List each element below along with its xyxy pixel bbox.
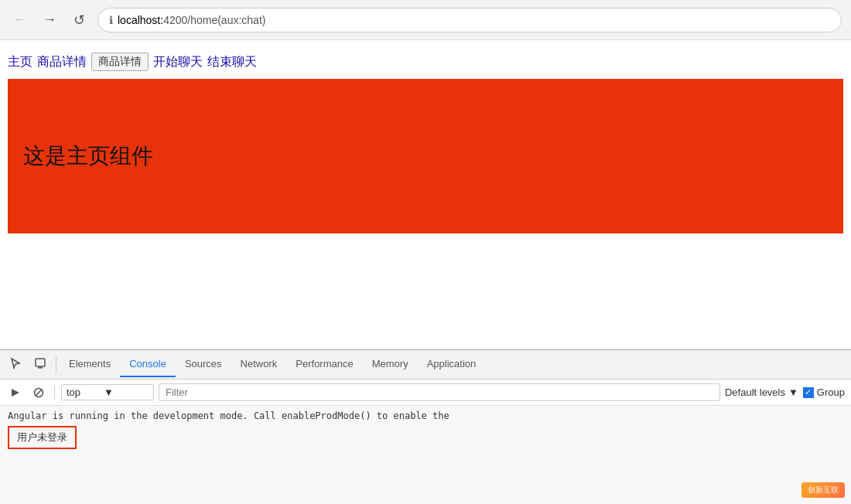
dropdown-arrow-icon: ▼ (104, 387, 114, 398)
top-selector-label: top (67, 387, 80, 398)
warning-box: 用户未登录 (8, 426, 77, 449)
info-icon: ℹ (109, 14, 113, 26)
filter-input[interactable] (159, 383, 720, 401)
devtools-cursor-icon[interactable] (3, 352, 28, 377)
url-host: localhost: (118, 14, 163, 26)
group-text: Group (817, 387, 845, 398)
console-output: Angular is running in the development mo… (0, 406, 851, 504)
nav-links: 主页 商品详情 商品详情 开始聊天 结束聊天 (8, 53, 843, 71)
svg-rect-0 (36, 359, 45, 366)
tab-sources[interactable]: Sources (176, 352, 231, 377)
devtools-separator (56, 356, 56, 373)
nav-link-product-detail[interactable]: 商品详情 (37, 54, 87, 70)
nav-link-end-chat[interactable]: 结束聊天 (207, 54, 257, 70)
group-checkbox-label: ✓ Group (803, 387, 845, 398)
nav-btn-product-detail[interactable]: 商品详情 (91, 53, 149, 71)
tab-network[interactable]: Network (231, 352, 287, 377)
toolbar-separator (54, 386, 55, 400)
devtools-device-icon[interactable] (28, 352, 53, 377)
svg-line-4 (36, 390, 42, 396)
red-box: 这是主页组件 (8, 79, 843, 233)
refresh-icon: ↺ (73, 12, 85, 29)
svg-marker-2 (12, 389, 19, 397)
forward-icon: → (43, 12, 56, 28)
console-block-button[interactable] (29, 383, 48, 402)
browser-toolbar: ← → ↺ ℹ localhost:4200/home(aux:chat) (0, 0, 851, 40)
address-bar[interactable]: ℹ localhost:4200/home(aux:chat) (97, 8, 842, 32)
red-box-text: 这是主页组件 (23, 141, 153, 171)
tab-console[interactable]: Console (120, 352, 176, 377)
top-selector[interactable]: top ▼ (61, 384, 154, 400)
back-icon: ← (13, 12, 27, 28)
devtools-panel: Elements Console Sources Network Perform… (0, 349, 851, 504)
nav-link-start-chat[interactable]: 开始聊天 (153, 54, 203, 70)
console-toolbar: top ▼ Default levels ▼ ✓ Group (0, 380, 851, 406)
group-checkbox[interactable]: ✓ (803, 387, 814, 398)
default-levels-arrow-icon: ▼ (788, 387, 798, 398)
default-levels-label: Default levels (725, 387, 785, 398)
url-text: localhost:4200/home(aux:chat) (118, 14, 265, 26)
page-content: 主页 商品详情 商品详情 开始聊天 结束聊天 这是主页组件 (0, 40, 851, 349)
devtools-tabs-bar: Elements Console Sources Network Perform… (0, 350, 851, 380)
forward-button[interactable]: → (39, 9, 60, 31)
console-warning-line: 用户未登录 (8, 423, 843, 449)
console-line-1: Angular is running in the development mo… (8, 409, 843, 423)
refresh-button[interactable]: ↺ (68, 9, 90, 31)
tab-elements[interactable]: Elements (60, 352, 120, 377)
console-run-button[interactable] (6, 383, 25, 402)
tab-memory[interactable]: Memory (363, 352, 418, 377)
tab-application[interactable]: Application (418, 352, 486, 377)
svg-rect-1 (38, 367, 43, 369)
back-button[interactable]: ← (9, 9, 31, 31)
tab-performance[interactable]: Performance (286, 352, 362, 377)
watermark: 创新互联 (801, 482, 845, 498)
url-path: 4200/home(aux:chat) (163, 14, 265, 26)
default-levels-dropdown[interactable]: Default levels ▼ (725, 387, 798, 398)
nav-link-home[interactable]: 主页 (8, 54, 32, 70)
